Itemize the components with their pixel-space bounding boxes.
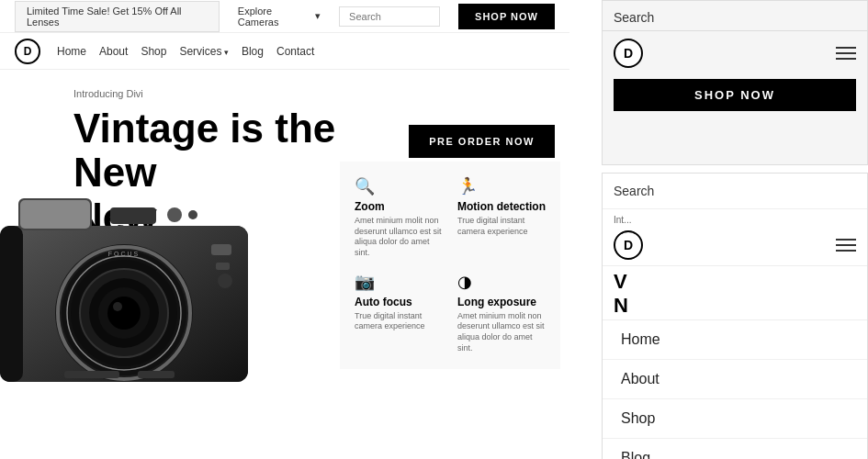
hero-section: Introducing Divi Vintage is the New New … xyxy=(0,70,569,455)
mobile2-search-bar: Search xyxy=(603,174,867,209)
svg-point-19 xyxy=(218,274,232,288)
motion-icon: 🏃 xyxy=(457,176,546,196)
right-area: Search D SHOP NOW Search Int... D xyxy=(569,0,868,459)
promo-banner: Limited Time Sale! Get 15% Off All Lense… xyxy=(15,1,220,32)
svg-point-13 xyxy=(107,297,141,330)
autofocus-icon: 📷 xyxy=(355,272,443,292)
mobile2-logo[interactable]: D xyxy=(614,230,643,260)
svg-rect-3 xyxy=(20,200,90,229)
svg-point-6 xyxy=(188,210,197,219)
logo[interactable]: D xyxy=(15,39,40,64)
mobile2-menu-home[interactable]: Home xyxy=(603,320,867,360)
mobile2-menu-blog[interactable]: Blog xyxy=(603,439,867,459)
mobile1-body: D xyxy=(603,31,867,75)
mobile-panel-1: Search D SHOP NOW xyxy=(602,0,868,165)
mobile2-intro: Int... xyxy=(603,209,867,227)
nav-services[interactable]: Services xyxy=(179,45,229,58)
mobile2-header-row: D xyxy=(603,227,867,266)
mobile1-logo[interactable]: D xyxy=(614,39,643,68)
nav-shop[interactable]: Shop xyxy=(141,45,166,58)
search-input[interactable] xyxy=(339,6,440,27)
svg-rect-18 xyxy=(216,263,230,270)
left-panel: Limited Time Sale! Get 15% Off All Lense… xyxy=(0,0,569,459)
camera-image: FOCUS xyxy=(0,171,257,428)
nav-bar: D Home About Shop Services Blog Contact xyxy=(0,33,569,70)
svg-rect-21 xyxy=(64,371,119,378)
nav-blog[interactable]: Blog xyxy=(242,45,264,58)
mobile-panel-2: Search Int... D VN Home About Shop Blog … xyxy=(602,173,868,459)
features-grid: 🔍 Zoom Amet minium molit non deserunt ul… xyxy=(340,162,560,369)
svg-rect-4 xyxy=(110,207,156,224)
mobile2-title-preview: VN xyxy=(603,266,867,320)
svg-point-5 xyxy=(167,207,182,222)
nav-contact[interactable]: Contact xyxy=(276,45,314,58)
hamburger-icon[interactable] xyxy=(836,47,856,60)
svg-point-14 xyxy=(113,302,122,311)
mobile2-menu-shop[interactable]: Shop xyxy=(603,399,867,439)
svg-rect-17 xyxy=(211,244,231,255)
zoom-icon: 🔍 xyxy=(355,176,443,196)
shop-now-button-top[interactable]: SHOP NOW xyxy=(458,4,555,29)
feature-exposure: ◑ Long exposure Amet minium molit non de… xyxy=(457,272,546,354)
mobile2-hamburger-icon[interactable] xyxy=(836,239,856,252)
explore-cameras-link[interactable]: Explore Cameras ▾ xyxy=(238,6,321,28)
nav-home[interactable]: Home xyxy=(57,45,86,58)
exposure-icon: ◑ xyxy=(457,272,546,292)
feature-autofocus: 📷 Auto focus True digital instant camera… xyxy=(355,272,443,354)
mobile1-shop-now-button[interactable]: SHOP NOW xyxy=(614,79,856,111)
svg-rect-22 xyxy=(138,371,175,378)
svg-rect-20 xyxy=(0,226,23,382)
chevron-down-icon: ▾ xyxy=(315,10,321,22)
nav-about[interactable]: About xyxy=(99,45,128,58)
top-bar: Limited Time Sale! Get 15% Off All Lense… xyxy=(0,0,569,33)
feature-zoom: 🔍 Zoom Amet minium molit non deserunt ul… xyxy=(355,176,443,259)
feature-motion: 🏃 Motion detection True digital instant … xyxy=(457,176,546,259)
svg-text:FOCUS: FOCUS xyxy=(108,251,141,257)
nav-links: Home About Shop Services Blog Contact xyxy=(57,45,314,58)
mobile1-search-bar: Search xyxy=(603,1,867,31)
mobile2-menu-about[interactable]: About xyxy=(603,360,867,399)
pre-order-button[interactable]: PRE ORDER NOW xyxy=(409,125,555,158)
intro-label: Introducing Divi xyxy=(73,88,555,99)
